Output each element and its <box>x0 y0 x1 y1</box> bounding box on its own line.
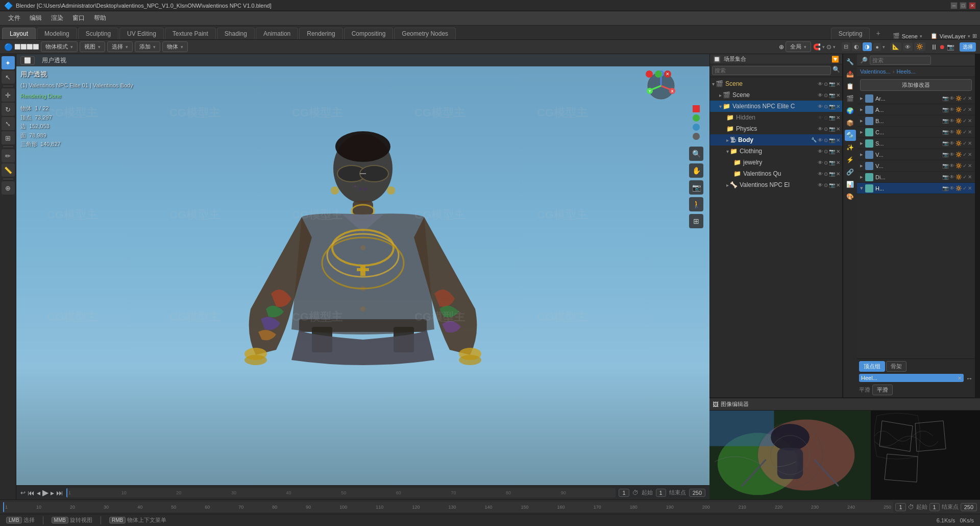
hidden-vis-icon[interactable]: 👁 <box>818 115 823 121</box>
tree-item-hidden[interactable]: 📁 Hidden 👁 ⊙ 📷 ✕ <box>710 112 842 123</box>
camera-btn[interactable]: 📷 <box>947 43 954 51</box>
tree-item-scene[interactable]: ▸ 🎬 Scene 👁 ⊙ 📷 ✕ <box>710 89 842 101</box>
props-scene-btn[interactable]: 🎬 <box>845 93 856 104</box>
properties-search-input[interactable] <box>870 56 931 65</box>
menu-help[interactable]: 帮助 <box>90 13 110 23</box>
modifier-v2[interactable]: ▸ V... 📷 👁 🔆 ✓ ✕ <box>857 160 975 172</box>
scale-tool[interactable]: ⤡ <box>2 117 15 130</box>
clothing-ren-icon[interactable]: 📷 <box>829 149 835 154</box>
timeline-ruler[interactable]: 1 10 20 30 40 50 60 70 80 90 <box>66 488 616 497</box>
cursor-tool[interactable]: ✦ <box>2 56 15 69</box>
vertex-group-remove[interactable]: ✕ <box>958 375 962 381</box>
mod-h-vis-icon[interactable]: 👁 <box>949 185 954 191</box>
props-particles-btn[interactable]: ✨ <box>845 142 856 153</box>
mod-s-enable-icon[interactable]: ✓ <box>963 140 967 146</box>
restore-button[interactable]: □ <box>960 2 967 9</box>
mod-a2-del-icon[interactable]: ✕ <box>968 107 972 112</box>
physics-del-icon[interactable]: ✕ <box>836 126 840 132</box>
tab-geometry-nodes[interactable]: Geometry Nodes <box>394 28 456 39</box>
tab-layout[interactable]: Layout <box>2 28 36 39</box>
add-tool[interactable]: ⊕ <box>2 181 15 195</box>
tab-sculpting[interactable]: Sculpting <box>78 28 118 39</box>
gizmo-toggle[interactable]: 📐 <box>890 42 901 51</box>
modifier-s[interactable]: ▸ S... 📷 👁 🔆 ✓ ✕ <box>857 138 975 149</box>
tree-item-scene-root[interactable]: ▾ 🎬 Scene 👁 ⊙ 📷 ✕ <box>710 78 842 89</box>
modifier-h[interactable]: ▾ H... 📷 👁 🔆 ✓ ✕ <box>857 183 975 194</box>
arm-ren-icon[interactable]: 📷 <box>829 182 835 188</box>
body-sel-icon[interactable]: ⊙ <box>824 137 828 143</box>
tab-scripting[interactable]: Scripting <box>831 28 870 39</box>
walk-nav-btn[interactable]: 🚶 <box>689 197 703 211</box>
tab-animation[interactable]: Animation <box>256 28 298 39</box>
viewport-3d[interactable]: ⬜ 用户透视 <box>16 54 709 499</box>
mod-di-camera-icon[interactable]: 📷 <box>942 174 948 180</box>
scene2-vis-icon[interactable]: 👁 <box>818 92 823 98</box>
mod-s-vis-icon[interactable]: 👁 <box>949 140 954 146</box>
wireframe-btn[interactable]: ⊟ <box>842 42 850 51</box>
mod-b-camera-icon[interactable]: 📷 <box>942 118 948 124</box>
jewelry-del-icon[interactable]: ✕ <box>836 160 840 165</box>
body-del-icon[interactable]: ✕ <box>836 137 840 143</box>
tree-item-clothing[interactable]: ▾ 📁 Clothing 👁 ⊙ 📷 ✕ <box>710 146 842 157</box>
scene-ren-icon[interactable]: 📷 <box>829 81 835 87</box>
outliner-search[interactable] <box>712 66 831 75</box>
rotate-tool[interactable]: ↻ <box>2 103 15 116</box>
transform-tool[interactable]: ⊞ <box>2 131 15 145</box>
mod-ar-camera-icon[interactable]: 📷 <box>942 95 948 101</box>
grid-btn[interactable]: ⊞ <box>689 214 703 228</box>
menu-render[interactable]: 渲染 <box>47 13 67 23</box>
tab-modeling[interactable]: Modeling <box>37 28 77 39</box>
valqu-del-icon[interactable]: ✕ <box>836 171 840 177</box>
mod-v1-del-icon[interactable]: ✕ <box>968 152 972 157</box>
shading-dropdown[interactable]: ▾ <box>883 44 885 50</box>
object-mode-dropdown[interactable]: 物体模式 <box>41 41 78 52</box>
current-frame[interactable]: 1 <box>619 489 629 497</box>
arm-vis-icon[interactable]: 👁 <box>818 182 823 188</box>
mod-h-enable-icon[interactable]: ✓ <box>963 185 967 191</box>
mod-a2-vis-icon[interactable]: 👁 <box>949 107 954 112</box>
hidden-del-icon[interactable]: ✕ <box>836 115 840 121</box>
mod-v2-camera-icon[interactable]: 📷 <box>942 163 948 169</box>
scene-sel-icon[interactable]: ⊙ <box>824 81 828 87</box>
modifier-di[interactable]: ▸ Di... 📷 👁 🔆 ✓ ✕ <box>857 172 975 183</box>
menu-window[interactable]: 窗口 <box>68 13 89 23</box>
mod-s-del-icon[interactable]: ✕ <box>968 140 972 146</box>
vertex-groups-tab[interactable]: 顶点组 <box>859 361 885 372</box>
timeline-step-fwd-btn[interactable]: ▸ <box>51 489 54 497</box>
mod-b-render-icon[interactable]: 🔆 <box>955 118 962 124</box>
mod-v2-vis-icon[interactable]: 👁 <box>949 163 954 169</box>
valqu-sel-icon[interactable]: ⊙ <box>824 171 828 177</box>
tree-item-physics[interactable]: 📁 Physics 👁 ⊙ 📷 ✕ <box>710 123 842 134</box>
mod-a2-camera-icon[interactable]: 📷 <box>942 107 948 112</box>
clothing-sel-icon[interactable]: ⊙ <box>824 149 828 154</box>
outliner-filter-icon[interactable]: 🔽 <box>831 56 839 63</box>
timeline-loop-btn[interactable]: ↩ <box>20 489 26 496</box>
val-sel-icon[interactable]: ⊙ <box>824 104 828 109</box>
props-constraints-btn[interactable]: 🔗 <box>845 166 856 178</box>
valqu-ren-icon[interactable]: 📷 <box>829 171 835 177</box>
props-object-btn[interactable]: 📦 <box>845 117 856 129</box>
annotate-tool[interactable]: ✏ <box>2 149 15 162</box>
clothing-vis-icon[interactable]: 👁 <box>818 149 823 154</box>
render-close-btn[interactable]: ✕ <box>664 70 671 78</box>
mod-v2-del-icon[interactable]: ✕ <box>968 163 972 169</box>
props-output-btn[interactable]: 📤 <box>845 68 856 80</box>
viewlayer-expand[interactable]: ⊞ <box>972 33 977 39</box>
scene-del-icon[interactable]: ✕ <box>836 81 840 87</box>
mod-c-render-icon[interactable]: 🔆 <box>955 129 962 135</box>
timeline-full-ruler[interactable]: 1 10 20 30 40 50 60 70 80 90 100 110 120… <box>3 502 893 512</box>
props-modifier-btn[interactable]: 🔩 <box>845 130 856 141</box>
path-item-2[interactable]: Heels... <box>896 68 915 75</box>
path-item-1[interactable]: Valentinos... <box>860 68 891 75</box>
scene2-sel-icon[interactable]: ⊙ <box>824 92 828 98</box>
overlay-toggle[interactable]: 👁 <box>903 43 913 51</box>
val-ren-icon[interactable]: 📷 <box>829 104 835 109</box>
mod-h-render-icon[interactable]: 🔆 <box>955 185 962 191</box>
skeleton-tab[interactable]: 骨架 <box>886 361 906 372</box>
move-tool[interactable]: ✛ <box>2 88 15 102</box>
mod-s-render-icon[interactable]: 🔆 <box>955 140 962 146</box>
hidden-ren-icon[interactable]: 📷 <box>829 115 835 121</box>
add-modifier-button[interactable]: 添加修改器 <box>860 79 972 91</box>
arm-sel-icon[interactable]: ⊙ <box>824 182 828 188</box>
tab-compositing[interactable]: Compositing <box>344 28 394 39</box>
